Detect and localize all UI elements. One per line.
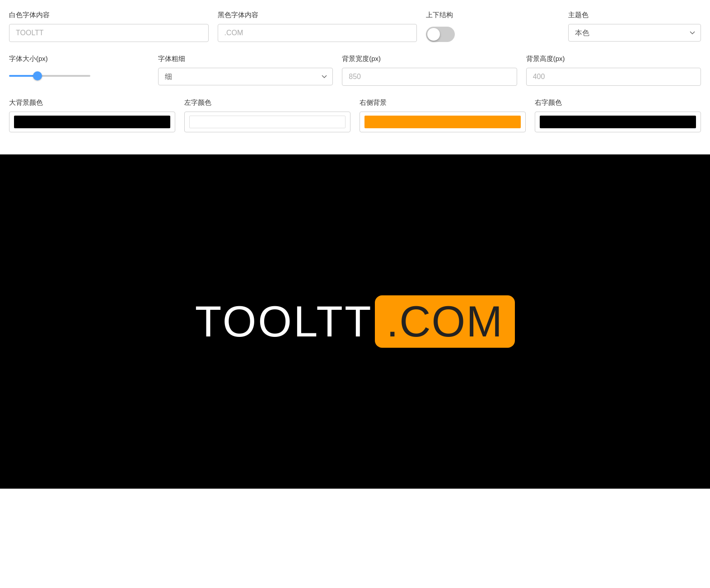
logo-right-box: .COM [375, 295, 515, 348]
toggle-thumb [427, 28, 440, 41]
theme-group: 主题色 本色 蓝色 红色 绿色 [568, 11, 701, 42]
left-color-group: 左字颜色 [184, 98, 350, 132]
bg-height-input[interactable] [526, 68, 701, 86]
theme-label: 主题色 [568, 11, 701, 19]
bg-width-label: 背景宽度(px) [342, 55, 517, 63]
structure-label: 上下结构 [426, 11, 559, 19]
bg-width-input[interactable] [342, 68, 517, 86]
left-color-swatch-container[interactable] [184, 112, 350, 132]
theme-select[interactable]: 本色 蓝色 红色 绿色 [568, 24, 701, 42]
logo-container: TOOLTT .COM [195, 295, 515, 348]
bg-height-group: 背景高度(px) [526, 55, 701, 86]
font-size-label: 字体大小(px) [9, 55, 149, 63]
left-color-label: 左字颜色 [184, 98, 350, 107]
controls-row-3: 大背景颜色 左字颜色 右侧背景 右字颜色 [9, 98, 701, 132]
black-text-group: 黑色字体内容 [218, 11, 417, 42]
right-color-group: 右字颜色 [535, 98, 701, 132]
black-text-input[interactable] [218, 24, 417, 42]
bg-color-swatch [14, 116, 170, 128]
font-weight-group: 字体粗细 细 正常 粗 [158, 55, 333, 85]
white-text-input[interactable] [9, 24, 209, 42]
bg-color-swatch-container[interactable] [9, 112, 175, 132]
font-size-group: 字体大小(px) [9, 55, 149, 79]
bg-height-label: 背景高度(px) [526, 55, 701, 63]
logo-right-text: .COM [387, 297, 504, 345]
white-text-label: 白色字体内容 [9, 11, 209, 19]
right-bg-swatch [364, 116, 521, 128]
right-color-swatch [540, 116, 696, 128]
right-bg-label: 右侧背景 [360, 98, 526, 107]
bg-color-label: 大背景颜色 [9, 98, 175, 107]
right-bg-group: 右侧背景 [360, 98, 526, 132]
right-color-swatch-container[interactable] [535, 112, 701, 132]
white-text-group: 白色字体内容 [9, 11, 209, 42]
bg-width-group: 背景宽度(px) [342, 55, 517, 86]
structure-toggle[interactable] [426, 27, 455, 42]
preview-area: TOOLTT .COM [0, 154, 710, 489]
structure-toggle-container [426, 24, 559, 42]
left-color-swatch [189, 116, 346, 128]
right-bg-swatch-container[interactable] [360, 112, 526, 132]
bg-color-group: 大背景颜色 [9, 98, 175, 132]
controls-row-1: 白色字体内容 黑色字体内容 上下结构 主题色 本色 蓝色 红色 绿色 [9, 11, 701, 42]
controls-panel: 白色字体内容 黑色字体内容 上下结构 主题色 本色 蓝色 红色 绿色 [0, 0, 710, 154]
structure-group: 上下结构 [426, 11, 559, 42]
controls-row-2: 字体大小(px) 字体粗细 细 正常 粗 背景宽度(px) 背景高度(px) [9, 55, 701, 86]
font-size-slider[interactable] [9, 75, 90, 77]
font-weight-label: 字体粗细 [158, 55, 333, 63]
black-text-label: 黑色字体内容 [218, 11, 417, 19]
logo-left-text: TOOLTT [195, 300, 373, 343]
slider-container [9, 68, 149, 79]
right-color-label: 右字颜色 [535, 98, 701, 107]
font-weight-select[interactable]: 细 正常 粗 [158, 68, 333, 85]
